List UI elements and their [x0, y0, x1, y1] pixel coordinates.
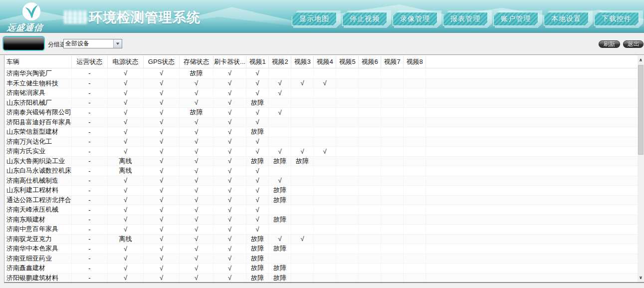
status-cell: 故障	[246, 254, 269, 264]
nav-button-show-map[interactable]: 显示地图	[292, 12, 337, 26]
column-header[interactable]: 存储状态	[180, 55, 214, 68]
status-cell: √	[144, 264, 180, 273]
table-row[interactable]: 济南华中本色家具-√√√√故障故障	[4, 244, 638, 254]
table-row[interactable]: 济南中意百年家具-√√√√√	[4, 224, 638, 234]
column-header[interactable]: 视频1	[246, 55, 269, 68]
table-row[interactable]: 济南华兴陶瓷厂-√√故障√√	[4, 68, 638, 78]
status-cell	[381, 108, 404, 117]
column-header[interactable]: 视频3	[291, 55, 314, 68]
column-header[interactable]: 运营状态	[72, 55, 108, 68]
status-cell	[336, 225, 359, 234]
table-row[interactable]: 山东白马永诚数控机床-离线√√√√	[4, 166, 638, 176]
table-row[interactable]: 济阳县富迪好百年家具-√√√√√	[4, 117, 638, 127]
status-cell: -	[72, 205, 108, 215]
status-cell	[359, 186, 381, 195]
table-row[interactable]: 济南东顺建材-√√√√√故障	[4, 215, 638, 225]
nav-button-account-mgmt[interactable]: 账户管理	[493, 12, 538, 26]
table-row[interactable]: 济阳银鹏建筑材料-√√√√故障故障	[4, 273, 638, 283]
status-cell	[381, 215, 404, 225]
column-header[interactable]: 视频5	[336, 55, 359, 68]
status-cell	[314, 176, 336, 186]
table-row[interactable]: 济南亚细亚药业-√√√√故障	[4, 254, 638, 264]
status-cell	[404, 186, 426, 195]
status-cell: √	[246, 225, 269, 234]
status-cell: √	[144, 166, 180, 176]
status-cell: √	[108, 264, 144, 273]
refresh-button[interactable]: 刷新	[599, 40, 620, 48]
column-header-filler	[426, 55, 638, 68]
table-row[interactable]: 济南矗鑫建材-√√√√故障故障	[4, 263, 638, 273]
status-cell: √	[108, 118, 144, 127]
status-cell	[336, 127, 359, 137]
group-select-dropdown[interactable]: 全部设备 ▼	[63, 39, 122, 48]
status-cell: √	[108, 147, 144, 156]
status-cell	[359, 157, 381, 166]
column-header[interactable]: 视频2	[269, 55, 291, 68]
table-grid: 车辆运营状态电源状态GPS状态存储状态刷卡器状...视频1视频2视频3视频4视频…	[4, 55, 638, 282]
table-row[interactable]: 通达公路工程济北拌合-√√√√√故障	[4, 195, 638, 205]
status-cell	[336, 157, 359, 166]
table-row[interactable]: 济南铭润家具-√√√√√√	[4, 88, 638, 98]
status-cell	[336, 98, 359, 108]
status-cell: √	[214, 157, 246, 166]
status-cell	[336, 166, 359, 176]
table-row[interactable]: 丰禾立健生物科技-√√√√√√√√	[4, 78, 638, 88]
nav-button-label: 显示地图	[299, 14, 329, 23]
column-header[interactable]: 刷卡器状...	[214, 55, 246, 68]
status-cell	[291, 176, 314, 186]
column-header[interactable]: 电源状态	[108, 55, 144, 68]
table-row[interactable]: 济南方氏实业-√√√√√√√√	[4, 146, 638, 156]
row-filler	[426, 127, 638, 137]
censored-device-button[interactable]	[2, 36, 45, 51]
scrollbar-thumb[interactable]	[638, 65, 644, 155]
nav-button-local-settings[interactable]: 本地设置	[544, 12, 589, 26]
status-cell: 故障	[269, 215, 291, 225]
status-cell	[314, 205, 336, 215]
table-row[interactable]: 济南高仕机械制造-√√√√√√	[4, 176, 638, 186]
table-row[interactable]: 山东济阳机械厂-√√√√故障	[4, 98, 638, 108]
status-cell: √	[246, 166, 269, 176]
status-cell	[269, 254, 291, 264]
status-cell	[404, 137, 426, 147]
status-cell	[359, 127, 381, 137]
status-cell: √	[291, 79, 314, 88]
status-cell: √	[108, 79, 144, 88]
status-cell: √	[214, 264, 246, 273]
column-header[interactable]: 视频7	[381, 55, 404, 68]
table-row[interactable]: 济南万兴达化工-√√√√√	[4, 137, 638, 147]
column-header[interactable]: 车辆	[4, 55, 72, 68]
table-row[interactable]: 济南泰兴锻铸有限公司-√√故障√√√	[4, 107, 638, 117]
nav-button-download-plugin[interactable]: 下载控件	[594, 12, 639, 26]
vehicle-name-cell: 济阳县富迪好百年家具	[4, 118, 72, 127]
column-header[interactable]: 视频8	[404, 55, 426, 68]
status-cell	[404, 88, 426, 98]
status-cell	[381, 196, 404, 205]
table-row[interactable]: 山东利建工程材料-√√√√√故障	[4, 185, 638, 195]
vehicle-name-cell: 济南驭龙亚克力	[4, 235, 72, 244]
column-header[interactable]: 视频4	[314, 55, 336, 68]
nav-button-recording-mgmt[interactable]: 录像管理	[393, 12, 437, 26]
column-header[interactable]: GPS状态	[144, 55, 180, 68]
row-filler	[426, 264, 638, 273]
table-row[interactable]: 山东荣信新型建材-√√√√故障	[4, 127, 638, 137]
status-cell	[404, 176, 426, 186]
scroll-up-icon[interactable]: ∧	[638, 56, 644, 64]
nav-button-stop-video[interactable]: 停止视频	[342, 12, 387, 26]
chevron-down-icon[interactable]: ▼	[113, 39, 122, 48]
row-filler	[426, 225, 638, 234]
exit-button[interactable]: 退出	[623, 40, 644, 48]
status-cell	[291, 127, 314, 137]
row-filler	[426, 137, 638, 147]
table-row[interactable]: 济南驭龙亚克力-离线√√√故障√√	[4, 234, 638, 244]
status-cell: √	[108, 254, 144, 264]
nav-button-report-mgmt[interactable]: 报表管理	[443, 12, 488, 26]
status-cell	[404, 127, 426, 137]
column-header[interactable]: 视频6	[359, 55, 381, 68]
status-cell	[336, 186, 359, 195]
table-row[interactable]: 山东大鲁阁织染工业-离线√√√故障故障故障	[4, 156, 638, 166]
scroll-down-icon[interactable]: ∨	[638, 274, 644, 282]
status-cell	[314, 98, 336, 108]
table-row[interactable]: 济南天峰液压机械-√√√√√	[4, 205, 638, 215]
vertical-scrollbar[interactable]: ∧ ∨	[638, 55, 644, 282]
status-cell: -	[72, 254, 108, 264]
